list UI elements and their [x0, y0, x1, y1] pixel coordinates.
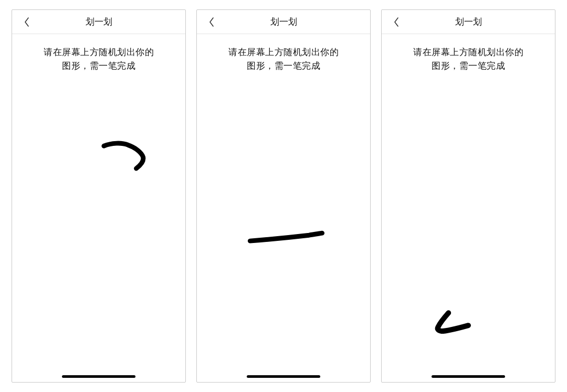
chevron-left-icon: [393, 16, 400, 28]
user-stroke: [104, 143, 143, 168]
home-indicator[interactable]: [247, 375, 320, 378]
user-stroke: [438, 313, 468, 331]
screenshot-row: 划一划 请在屏幕上方随机划出你的 图形，需一笔完成 划一划: [0, 0, 567, 392]
phone-screen-1: 划一划 请在屏幕上方随机划出你的 图形，需一笔完成: [12, 9, 186, 383]
phone-screen-3: 划一划 请在屏幕上方随机划出你的 图形，需一笔完成: [381, 9, 555, 383]
back-button[interactable]: [387, 10, 406, 34]
navbar: 划一划: [12, 10, 185, 34]
navbar: 划一划: [382, 10, 555, 34]
drawing-canvas[interactable]: [197, 34, 370, 382]
chevron-left-icon: [23, 16, 30, 28]
page-title: 划一划: [270, 16, 297, 28]
home-indicator[interactable]: [62, 375, 135, 378]
back-button[interactable]: [202, 10, 221, 34]
user-stroke: [250, 233, 322, 241]
home-indicator[interactable]: [432, 375, 505, 378]
content-area: 请在屏幕上方随机划出你的 图形，需一笔完成: [12, 34, 185, 382]
page-title: 划一划: [86, 16, 112, 28]
chevron-left-icon: [208, 16, 215, 28]
page-title: 划一划: [455, 16, 482, 28]
drawing-canvas[interactable]: [382, 34, 555, 382]
drawing-canvas[interactable]: [12, 34, 185, 382]
back-button[interactable]: [17, 10, 36, 34]
phone-screen-2: 划一划 请在屏幕上方随机划出你的 图形，需一笔完成: [196, 9, 371, 383]
content-area: 请在屏幕上方随机划出你的 图形，需一笔完成: [382, 34, 555, 382]
navbar: 划一划: [197, 10, 370, 34]
content-area: 请在屏幕上方随机划出你的 图形，需一笔完成: [197, 34, 370, 382]
